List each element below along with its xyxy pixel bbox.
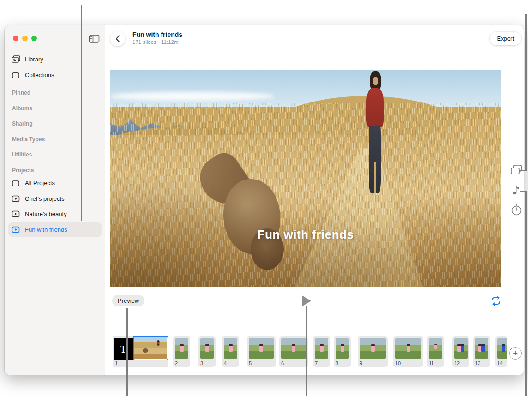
- callout-line-sidebar-project: [81, 5, 82, 221]
- sidebar-section-media-types: Media Types: [12, 136, 45, 143]
- slide-thumbnail-2[interactable]: 2: [173, 336, 190, 367]
- zoom-button[interactable]: [31, 36, 37, 41]
- slide-thumbnail-8[interactable]: 8: [334, 336, 351, 367]
- slide-1-group[interactable]: T 1: [113, 336, 168, 367]
- minimize-button[interactable]: [22, 36, 28, 41]
- music-button[interactable]: [510, 184, 523, 197]
- callout-line-music-vertical: [525, 191, 527, 396]
- play-button[interactable]: [302, 295, 311, 306]
- sidebar-item-label: Collections: [25, 72, 54, 78]
- sidebar-section-projects: Projects: [12, 167, 34, 174]
- slideshow-icon: [11, 210, 20, 217]
- page-subtitle: 171 slides · 11:12m: [132, 39, 182, 45]
- chevron-left-icon: [115, 35, 120, 42]
- export-button[interactable]: Export: [490, 32, 521, 45]
- selected-slide-thumbnail[interactable]: [133, 336, 168, 360]
- photos-app-window: Library Collections Pinned Albums Sharin…: [5, 25, 524, 375]
- sidebar-item-fun-with-friends[interactable]: Fun with friends: [11, 223, 100, 235]
- sidebar-section-sharing: Sharing: [12, 120, 33, 127]
- sidebar-item-label: Library: [25, 56, 43, 63]
- slide-thumbnail-6[interactable]: 6: [279, 336, 308, 367]
- close-button[interactable]: [13, 36, 18, 41]
- slide-thumbnail-4[interactable]: 4: [222, 336, 239, 367]
- callout-line-themes-vertical: [525, 14, 527, 171]
- sidebar-item-all-projects[interactable]: All Projects: [11, 177, 100, 189]
- slideshow-icon: [11, 195, 20, 202]
- filmstrip: T 1 2 3 4 5: [105, 335, 524, 368]
- slide-thumbnail-5[interactable]: 5: [247, 336, 276, 367]
- sidebar: Library Collections Pinned Albums Sharin…: [5, 25, 105, 375]
- sidebar-toggle-icon[interactable]: [89, 34, 100, 43]
- preview-button[interactable]: Preview: [112, 295, 144, 306]
- sidebar-item-label: Nature's beauty: [25, 210, 67, 217]
- callout-line-preview: [126, 308, 128, 396]
- sidebar-item-label: Fun with friends: [25, 226, 67, 233]
- sidebar-section-albums: Albums: [12, 105, 32, 112]
- slide-number: 1: [115, 360, 118, 366]
- slide-thumbnail-14[interactable]: 14: [495, 336, 507, 367]
- sidebar-section-pinned: Pinned: [12, 90, 30, 96]
- back-button[interactable]: [110, 31, 125, 46]
- music-note-icon: [512, 185, 521, 195]
- traffic-lights: [13, 36, 37, 41]
- slide-thumbnail-12[interactable]: 12: [452, 336, 469, 367]
- slide-thumbnail-9[interactable]: 9: [358, 336, 388, 367]
- duration-button[interactable]: [510, 204, 523, 216]
- slide-thumbnail-10[interactable]: 10: [393, 336, 423, 367]
- sidebar-item-chefs-projects[interactable]: Chef's projects: [11, 192, 100, 204]
- sidebar-item-natures-beauty[interactable]: Nature's beauty: [11, 208, 100, 220]
- repeat-icon: [491, 296, 502, 306]
- project-header: Fun with friends 171 slides · 11:12m: [132, 31, 182, 45]
- header-divider: [105, 52, 524, 52]
- slide-title-overlay: Fun with friends: [110, 228, 501, 242]
- title-slide-thumbnail[interactable]: T: [114, 338, 133, 360]
- slide-thumbnail-11[interactable]: 11: [427, 336, 444, 367]
- main-content: Fun with friends 171 slides · 11:12m Exp…: [105, 25, 524, 375]
- collections-icon: [11, 71, 20, 79]
- box-icon: [11, 179, 20, 187]
- page-title: Fun with friends: [132, 31, 182, 38]
- photo-vignette: [110, 70, 501, 287]
- photos-icon: [11, 55, 20, 63]
- callout-line-play: [306, 306, 307, 396]
- add-slide-button[interactable]: +: [509, 347, 522, 360]
- slide-thumbnail-7[interactable]: 7: [313, 336, 330, 367]
- sidebar-item-library[interactable]: Library: [11, 53, 100, 65]
- slideshow-preview-canvas: Fun with friends: [110, 70, 501, 287]
- slide-thumbnail-13[interactable]: 13: [473, 336, 490, 367]
- sidebar-item-collections[interactable]: Collections: [11, 69, 100, 81]
- slideshow-icon: [11, 226, 20, 233]
- timer-icon: [510, 204, 522, 216]
- sidebar-item-label: All Projects: [25, 180, 55, 186]
- callout-line-themes-connector: [519, 170, 527, 171]
- sidebar-section-utilities: Utilities: [12, 151, 32, 158]
- slide-thumbnail-3[interactable]: 3: [198, 336, 216, 367]
- loop-button[interactable]: [491, 296, 502, 306]
- sidebar-item-label: Chef's projects: [25, 195, 65, 202]
